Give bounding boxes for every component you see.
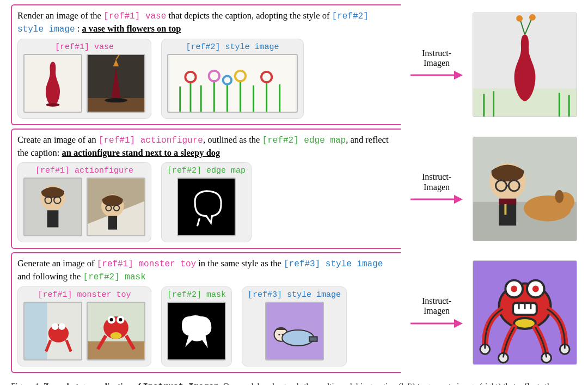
text: and following the (17, 271, 83, 282)
arrow-label: Instruct-Imagen (422, 296, 451, 316)
svg-rect-56 (504, 204, 506, 215)
svg-point-71 (111, 332, 122, 339)
thumbnails (167, 54, 298, 113)
instruction-text: Create an image of an [ref#1] actionfigu… (17, 134, 395, 159)
vase-thumbnail-1 (23, 54, 82, 113)
arrow-label: Instruct-Imagen (422, 172, 451, 192)
text: that depicts the caption, adopting the s… (166, 10, 332, 21)
text: in the same style as the (196, 258, 284, 268)
svg-rect-65 (88, 341, 144, 359)
thumbnails (167, 302, 226, 360)
svg-point-30 (516, 15, 523, 22)
thumbnails (23, 178, 145, 236)
svg-point-31 (529, 14, 536, 21)
svg-rect-43 (178, 179, 235, 235)
svg-point-86 (511, 286, 517, 292)
svg-point-1 (46, 103, 60, 107)
reference-box: [ref#1] vase (17, 39, 151, 119)
reference-box: [ref#1] monster toy (17, 286, 151, 366)
svg-point-79 (278, 334, 280, 335)
thumbnails (265, 302, 324, 360)
text: , outlined as the (203, 135, 262, 145)
output-image (473, 260, 577, 365)
reference-group: [ref#1] monster toy (17, 286, 395, 366)
svg-point-49 (555, 190, 564, 203)
svg-point-60 (52, 323, 58, 330)
text: Create an image of an (17, 135, 99, 145)
svg-rect-40 (108, 216, 117, 230)
ref2-token: [ref#2] mask (83, 272, 146, 282)
mask-thumbnail (167, 302, 226, 360)
ref1-token: [ref#1] monster toy (97, 259, 196, 269)
reference-group: [ref#1] actionfigure (17, 162, 395, 242)
ref1-token: [ref#1] vase (103, 11, 166, 21)
reference-label: [ref#2] style image (186, 42, 279, 52)
reference-label: [ref#2] mask (167, 290, 226, 300)
svg-rect-34 (47, 210, 59, 227)
toy-thumbnail-1 (23, 302, 82, 360)
reference-label: [ref#1] actionfigure (35, 166, 133, 175)
svg-point-92 (514, 318, 536, 329)
svg-point-59 (48, 325, 69, 343)
reference-group: [ref#1] vase [ref#2] style image (17, 39, 395, 119)
reference-box: [ref#2] mask (161, 286, 232, 366)
ref3-token: [ref#3] style image (284, 259, 383, 269)
edgemap-thumbnail (177, 178, 236, 236)
reference-label: [ref#1] monster toy (38, 290, 131, 300)
instruction-panel: Render an image of the [ref#1] vase that… (11, 4, 401, 125)
instruction-caption: an actionfigure stand next to a sleepy d… (62, 148, 220, 158)
svg-rect-58 (24, 303, 47, 359)
arrow-icon (409, 317, 464, 329)
svg-point-80 (281, 334, 283, 335)
svg-point-70 (119, 318, 122, 321)
arrow-column: Instruct-Imagen (404, 48, 469, 82)
reference-box: [ref#2] edge map (161, 162, 252, 242)
instruction-text: Render an image of the [ref#1] vase that… (17, 10, 395, 35)
figure: Render an image of the [ref#1] vase that… (11, 4, 577, 385)
svg-point-61 (58, 323, 65, 330)
reference-box: [ref#2] style image (161, 39, 304, 119)
vase-thumbnail-2 (87, 54, 145, 113)
instruction-caption: a vase with flowers on top (82, 23, 181, 34)
text: : (75, 23, 82, 34)
arrow-label: Instruct-Imagen (422, 48, 451, 69)
reference-label: [ref#3] style image (248, 290, 341, 300)
reference-box: [ref#1] actionfigure (17, 162, 151, 242)
output-image (473, 13, 577, 117)
output-image (473, 137, 577, 241)
thumbnails (23, 54, 145, 113)
arrow-column: Instruct-Imagen (404, 172, 469, 205)
svg-point-69 (110, 318, 113, 321)
style-thumbnail (167, 54, 298, 113)
figure-thumbnail-2 (87, 178, 145, 236)
caption-title: Zero-shot generalization of (44, 381, 143, 385)
toy-thumbnail-2 (87, 302, 145, 360)
svg-point-5 (105, 98, 127, 102)
thumbnails (23, 302, 145, 360)
reference-label: [ref#1] vase (55, 42, 114, 52)
text: Render an image of the (17, 10, 103, 21)
instruction-text: Generate an image of [ref#1] monster toy… (17, 258, 395, 283)
figure-caption: Figure 1. Zero-shot generalization of In… (11, 381, 577, 385)
svg-rect-6 (169, 55, 295, 112)
svg-rect-55 (499, 198, 517, 204)
ref1-token: [ref#1] actionfigure (99, 136, 203, 145)
reference-label: [ref#2] edge map (167, 166, 246, 175)
thumbnails (177, 178, 236, 236)
instruction-panel: Create an image of an [ref#1] actionfigu… (11, 129, 401, 249)
arrow-icon (409, 69, 464, 81)
figure-number: Figure 1. (11, 381, 41, 385)
caption-model-name: Instruct-Imagen (143, 382, 219, 385)
instruction-panel: Generate an image of [ref#1] monster toy… (11, 252, 401, 373)
svg-rect-78 (309, 337, 317, 341)
figure-thumbnail-1 (23, 178, 82, 236)
example-row: Render an image of the [ref#1] vase that… (11, 4, 577, 125)
arrow-icon (409, 193, 464, 205)
arrow-column: Instruct-Imagen (404, 296, 469, 329)
reference-box: [ref#3] style image (242, 286, 347, 366)
text: Generate an image of (17, 258, 97, 268)
ref2-token: [ref#2] edge map (262, 136, 346, 145)
style-thumbnail (265, 302, 324, 360)
example-row: Create an image of an [ref#1] actionfigu… (11, 129, 577, 249)
svg-point-87 (532, 286, 539, 292)
